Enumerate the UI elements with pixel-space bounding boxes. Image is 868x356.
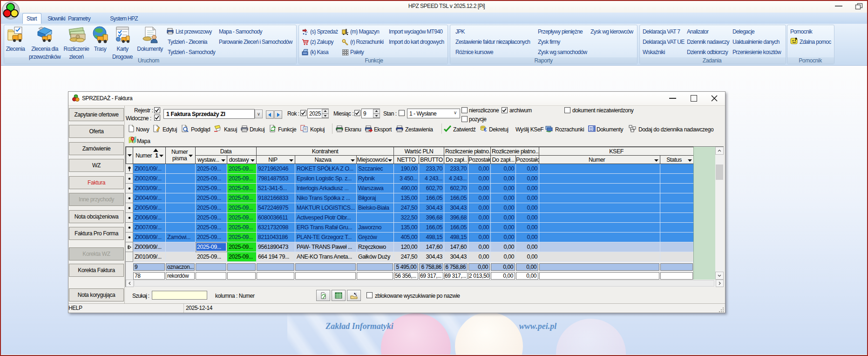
svg-text:€: € [484,127,487,132]
